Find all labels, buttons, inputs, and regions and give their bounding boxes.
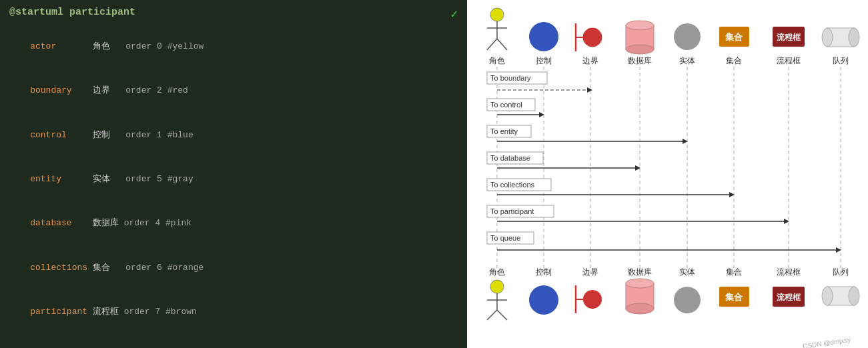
svg-text:集合: 集合 [725, 32, 743, 42]
svg-point-11 [583, 28, 602, 47]
svg-point-80 [626, 303, 654, 314]
database-bottom: 数据库 [626, 267, 654, 314]
code-editor[interactable]: @startuml participant ✓ actor 角色 order 0… [0, 0, 467, 348]
svg-text:控制: 控制 [536, 267, 552, 277]
svg-text:集合: 集合 [726, 56, 742, 65]
diagram-panel: 角色 控制 边界 数据库 实 [467, 0, 868, 348]
svg-point-27 [849, 28, 859, 47]
code-line-database: database 数据库 order 4 #pink [9, 201, 458, 245]
svg-text:队列: 队列 [833, 56, 849, 65]
svg-point-14 [626, 21, 654, 30]
svg-text:实体: 实体 [679, 267, 695, 277]
svg-text:角色: 角色 [489, 267, 505, 277]
svg-text:边界: 边界 [582, 56, 598, 65]
svg-text:集合: 集合 [725, 292, 743, 302]
svg-text:To queue: To queue [490, 234, 520, 242]
svg-point-92 [849, 287, 859, 305]
svg-text:边界: 边界 [582, 267, 598, 277]
svg-point-15 [626, 45, 654, 54]
svg-point-26 [822, 28, 833, 47]
svg-text:队列: 队列 [833, 267, 849, 277]
participant-bottom: 流程框 流程框 [773, 267, 805, 307]
svg-point-72 [529, 285, 558, 315]
svg-text:To entity: To entity [490, 127, 518, 135]
svg-point-79 [626, 279, 654, 288]
svg-point-76 [583, 290, 602, 309]
svg-point-7 [529, 22, 558, 51]
svg-point-82 [674, 287, 701, 313]
code-line-collections: collections 集合 order 6 #orange [9, 245, 458, 289]
code-line-actor: actor 角色 order 0 #yellow [9, 25, 458, 69]
svg-text:流程框: 流程框 [777, 56, 801, 65]
code-line-entity: entity 实体 order 5 #gray [9, 157, 458, 201]
code-header: @startuml participant [9, 7, 458, 18]
svg-text:To participant: To participant [490, 207, 534, 215]
svg-text:数据库: 数据库 [628, 56, 652, 65]
svg-text:控制: 控制 [536, 56, 552, 65]
svg-text:数据库: 数据库 [628, 267, 652, 277]
database-top: 数据库 [626, 21, 654, 65]
code-line-control: control 控制 order 1 #blue [9, 113, 458, 157]
svg-text:To database: To database [490, 154, 530, 162]
svg-text:To collections: To collections [490, 181, 535, 189]
svg-point-66 [490, 280, 504, 293]
code-line-boundary: boundary 边界 order 2 #red [9, 69, 458, 113]
svg-text:角色: 角色 [489, 56, 505, 65]
svg-text:流程框: 流程框 [777, 293, 801, 302]
participant-top: 流程框 流程框 [773, 27, 805, 65]
svg-text:实体: 实体 [679, 56, 695, 65]
svg-text:集合: 集合 [726, 267, 742, 277]
svg-point-91 [822, 287, 833, 305]
svg-text:To control: To control [490, 101, 522, 109]
svg-rect-0 [467, 0, 868, 348]
diagram-svg: 角色 控制 边界 数据库 实 [467, 0, 868, 348]
code-line-queue: queue 队列 order 8 [9, 334, 458, 348]
svg-point-17 [674, 23, 701, 50]
svg-text:流程框: 流程框 [777, 33, 801, 42]
check-icon: ✓ [450, 7, 458, 21]
code-line-participant: participant 流程框 order 7 #brown [9, 290, 458, 334]
svg-text:To boundary: To boundary [490, 74, 531, 82]
svg-point-1 [490, 8, 504, 21]
svg-text:流程框: 流程框 [777, 267, 801, 277]
